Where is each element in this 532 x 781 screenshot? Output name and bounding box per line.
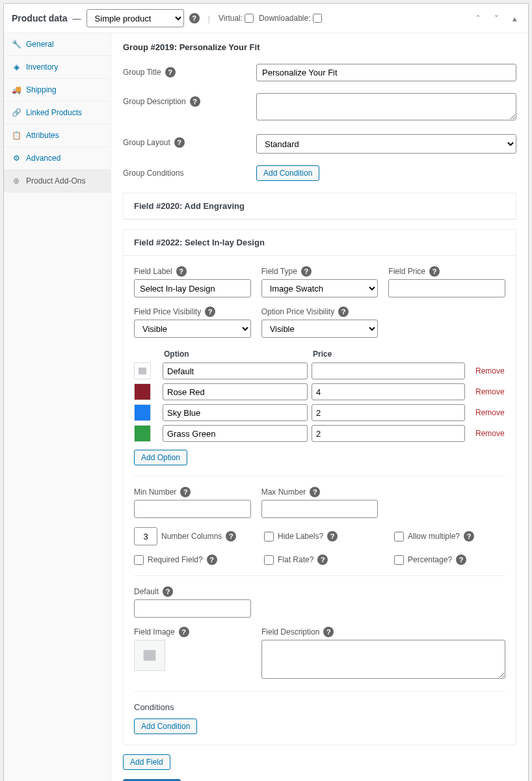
help-icon[interactable]: ? [301,266,312,277]
option-name-input[interactable] [163,425,308,442]
help-icon[interactable]: ? [323,627,334,637]
help-icon[interactable]: ? [163,586,173,597]
help-icon[interactable]: ? [179,627,189,637]
required-checkbox[interactable] [134,555,144,565]
help-icon[interactable]: ? [180,487,191,497]
swatch-picker[interactable] [134,363,151,379]
group-layout-label: Group Layout [123,138,170,147]
max-number-input[interactable] [261,500,379,518]
field-type-lbl: Field Type [261,267,297,276]
help-icon[interactable]: ? [317,555,328,565]
swatch-picker[interactable] [134,404,151,421]
group-layout-select[interactable]: Standard [256,134,516,154]
image-icon [137,365,148,377]
default-input[interactable] [134,599,251,618]
product-type-select[interactable]: Simple product [86,9,184,27]
link-icon: 🔗 [12,108,21,117]
add-field-button[interactable]: Add Field [123,754,170,770]
field-price-lbl: Field Price [388,267,425,276]
sidebar-item-inventory[interactable]: ◈Inventory [4,56,111,79]
field-price-input[interactable] [388,279,505,297]
num-cols-input[interactable] [134,527,157,545]
conditions-lbl: Conditions [134,702,174,712]
help-icon[interactable]: ? [165,67,176,77]
option-name-input[interactable] [163,383,308,400]
opv-lbl: Option Price Visibility [261,307,335,316]
sidebar-item-general[interactable]: 🔧General [4,33,111,56]
remove-option-link[interactable]: Remove [475,429,505,438]
add-option-button[interactable]: Add Option [134,450,187,465]
field-label-input[interactable] [134,279,251,297]
field-add-condition-button[interactable]: Add Condition [134,719,197,734]
field-type-select[interactable]: Image Swatch [261,279,379,297]
swatch-picker[interactable] [134,383,151,400]
truck-icon: 🚚 [12,85,21,94]
flat-rate-checkbox[interactable] [264,555,274,565]
option-price-input[interactable] [312,404,465,421]
default-lbl: Default [134,587,159,596]
add-condition-button[interactable]: Add Condition [256,165,319,181]
group-desc-input[interactable] [256,93,516,120]
field-image-picker[interactable] [134,640,165,671]
panel-title: Product data [12,13,68,23]
downloadable-checkbox[interactable] [313,14,322,23]
field-panel-2022: Field #2022: Select In-lay Design Field … [123,229,516,745]
help-icon[interactable]: ? [310,487,320,497]
help-icon[interactable]: ? [456,555,466,565]
group-title-input[interactable] [256,64,516,81]
col-option: Option [164,349,313,359]
sidebar-item-advanced[interactable]: ⚙Advanced [4,147,111,170]
help-icon[interactable]: ? [327,531,338,541]
group-conditions-label: Group Conditions [123,169,183,178]
sidebar-item-addons[interactable]: ⊕Product Add-Ons [4,170,111,193]
help-icon[interactable]: ? [226,531,236,541]
help-icon[interactable]: ? [205,307,215,317]
option-price-input[interactable] [312,383,465,400]
virtual-checkbox-label[interactable]: Virtual: [219,14,254,23]
option-row: Remove [134,425,505,442]
options-table: Option Price RemoveRemoveRemoveRemove [134,347,505,442]
option-row: Remove [134,383,505,400]
sidebar-item-shipping[interactable]: 🚚Shipping [4,79,111,102]
opv-select[interactable]: Visible [261,320,379,338]
downloadable-checkbox-label[interactable]: Downloadable: [259,14,321,23]
fpv-lbl: Field Price Visibility [134,307,201,316]
field-desc-lbl: Field Description [261,627,319,637]
field-panel-header[interactable]: Field #2020: Add Engraving [124,193,516,219]
field-panel-header[interactable]: Field #2022: Select In-lay Design [124,230,516,256]
chevron-down-icon[interactable]: ˅ [490,12,502,24]
min-number-input[interactable] [134,500,251,518]
help-icon[interactable]: ? [338,307,349,317]
help-icon[interactable]: ? [190,96,200,107]
help-icon[interactable]: ? [189,13,200,23]
sidebar-item-attributes[interactable]: 📋Attributes [4,124,111,147]
help-icon[interactable]: ? [174,137,185,148]
max-number-lbl: Max Number [261,487,306,497]
remove-option-link[interactable]: Remove [475,366,505,376]
hide-labels-checkbox[interactable] [264,532,274,541]
percentage-checkbox[interactable] [394,555,404,565]
remove-option-link[interactable]: Remove [475,408,505,417]
help-icon[interactable]: ? [176,266,187,277]
sidebar-item-linked[interactable]: 🔗Linked Products [4,102,111,124]
option-name-input[interactable] [163,363,308,379]
allow-multiple-checkbox[interactable] [394,532,404,541]
gear-icon: ⚙ [12,154,21,163]
svg-point-1 [146,652,148,655]
swatch-picker[interactable] [134,425,151,442]
option-price-input[interactable] [312,425,465,442]
field-desc-input[interactable] [261,640,505,679]
option-price-input[interactable] [312,363,465,379]
help-icon[interactable]: ? [207,555,217,565]
remove-option-link[interactable]: Remove [475,387,505,396]
sidebar: 🔧General ◈Inventory 🚚Shipping 🔗Linked Pr… [4,33,111,781]
field-label-lbl: Field Label [134,267,172,276]
virtual-checkbox[interactable] [245,14,254,23]
option-name-input[interactable] [163,404,308,421]
chevron-up-icon[interactable]: ˄ [472,12,484,24]
help-icon[interactable]: ? [429,266,440,277]
collapse-icon[interactable]: ▴ [509,12,520,24]
col-price: Price [313,349,469,359]
help-icon[interactable]: ? [464,531,474,541]
fpv-select[interactable]: Visible [134,320,251,338]
